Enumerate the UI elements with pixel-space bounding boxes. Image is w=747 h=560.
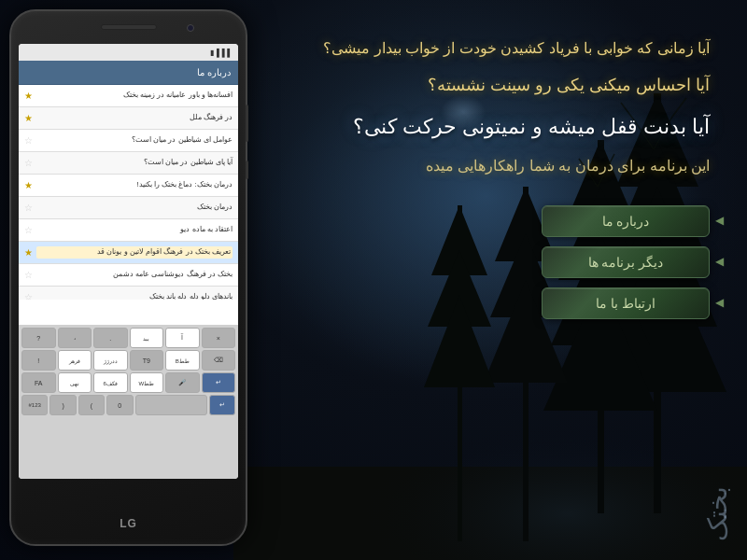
key-g[interactable]: طط‌W — [130, 372, 164, 393]
key-mic[interactable]: 🎤 — [165, 372, 200, 393]
key-exclaim[interactable]: ! — [21, 350, 56, 371]
key-f[interactable]: فرهر — [58, 350, 92, 371]
key-d[interactable]: ددرژژ — [93, 350, 128, 371]
star-icon: ★ — [24, 247, 33, 258]
power-button[interactable] — [246, 161, 248, 179]
app-header: درباره ما — [19, 61, 238, 85]
list-item[interactable]: ★ در فرهنگ ملل — [19, 107, 238, 130]
list-item[interactable]: ☆ درمان بختک — [19, 197, 238, 219]
question-2: آیا احساس میکنی یکی رو سینت نشسته؟ — [308, 73, 710, 98]
keyboard-row-2: ! فرهر ددرژژ T9 ططB ⌫ — [21, 350, 235, 371]
right-panel: آیا زمانی که خوابی با فریاد کشیدن خودت ا… — [271, 19, 728, 338]
keyboard-row-1: ? ، . ببد آ × — [21, 328, 235, 348]
list-item-text: آیا پای شیاطین در میان است؟ — [36, 158, 233, 167]
list-item-text: باندهای دلو دله دله باند بختک — [36, 292, 233, 300]
watermark-text: بختک — [702, 486, 733, 541]
star-icon: ☆ — [24, 270, 33, 280]
phone-speaker — [101, 24, 157, 30]
question-3: آیا بدنت قفل میشه و نمیتونی حرکت کنی؟ — [308, 111, 710, 142]
list-item-text: درمان بختک — [36, 203, 233, 212]
signal-indicator: ▌▌▌ — [217, 49, 233, 57]
key-n[interactable]: نهی — [58, 372, 92, 393]
list-item-text: تعریف بختک در فرهنگ اقوام لاتین و یونان … — [36, 246, 233, 258]
key-b[interactable]: ببد — [130, 328, 164, 348]
key-enter-2[interactable]: ↵ — [209, 395, 235, 415]
star-icon: ☆ — [24, 203, 33, 213]
phone-screen: ▮ ▌▌▌ درباره ما ★ افسانه‌ها و باور عامیا… — [19, 44, 238, 479]
key-delete[interactable]: × — [202, 328, 236, 348]
key-fa[interactable]: FA — [21, 372, 56, 393]
key-space[interactable] — [135, 395, 207, 415]
key-alef[interactable]: آ — [165, 328, 200, 348]
key-comma[interactable]: ، — [58, 328, 92, 348]
battery-indicator: ▮ — [210, 49, 214, 57]
phone-body: ▮ ▌▌▌ درباره ما ★ افسانه‌ها و باور عامیا… — [9, 9, 247, 546]
list-item-text: افسانه‌ها و باور عامیانه در زمینه بختک — [36, 91, 233, 100]
list-item[interactable]: ☆ عوامل ‌ای شیاطین در میان است؟ — [19, 130, 238, 152]
svg-rect-2 — [233, 327, 747, 560]
list-item-selected[interactable]: ★ تعریف بختک در فرهنگ اقوام لاتین و یونا… — [19, 242, 238, 264]
about-us-button[interactable]: درباره ما — [542, 205, 710, 237]
key-period[interactable]: . — [93, 328, 128, 348]
list-item-text: بختک در فرهنگ دیوشناسی عامه دشمن — [36, 270, 233, 279]
key-enter-1[interactable]: ↵ — [202, 372, 236, 393]
list-item[interactable]: ☆ بختک در فرهنگ دیوشناسی عامه دشمن — [19, 264, 238, 287]
list-item[interactable]: ☆ آیا پای شیاطین در میان است؟ — [19, 152, 238, 175]
key-zero[interactable]: 0 — [106, 395, 133, 415]
question-1: آیا زمانی که خوابی با فریاد کشیدن خودت ا… — [308, 37, 710, 60]
phone-device: ▮ ▌▌▌ درباره ما ★ افسانه‌ها و باور عامیا… — [9, 9, 247, 546]
list-item[interactable]: ★ افسانه‌ها و باور عامیانه در زمینه بختک — [19, 85, 238, 107]
status-bar: ▮ ▌▌▌ — [19, 44, 238, 61]
svg-rect-1 — [233, 467, 747, 560]
key-t9[interactable]: T9 — [130, 350, 164, 371]
phone-camera — [187, 24, 194, 32]
list-item[interactable]: ★ درمان بختک: دماغ بختک را بکنید! — [19, 175, 238, 197]
contact-us-button[interactable]: ارتباط با ما — [542, 287, 710, 319]
app-title: درباره ما — [26, 67, 231, 77]
list-item[interactable]: ☆ باندهای دلو دله دله باند بختک — [19, 287, 238, 300]
star-icon: ★ — [24, 91, 33, 101]
keyboard-row-4: #123 ( ) 0 ↵ — [21, 395, 235, 415]
key-backspace[interactable]: ⌫ — [202, 350, 236, 371]
phone-brand: LG — [120, 517, 137, 530]
star-icon: ☆ — [24, 225, 33, 235]
star-icon: ★ — [24, 113, 33, 123]
volume-button[interactable] — [246, 105, 248, 142]
list-item-text: درمان بختک: دماغ بختک را بکنید! — [36, 180, 233, 189]
list-item[interactable]: ☆ اعتقاد به ماده دیو — [19, 219, 238, 242]
key-ta[interactable]: ططB — [165, 350, 200, 371]
content-list[interactable]: ★ افسانه‌ها و باور عامیانه در زمینه بختک… — [19, 85, 238, 300]
list-item-text: اعتقاد به ماده دیو — [36, 225, 233, 234]
star-icon: ☆ — [24, 292, 33, 300]
list-item-text: عوامل ‌ای شیاطین در میان است؟ — [36, 135, 233, 145]
star-icon: ☆ — [24, 135, 33, 146]
key-fk[interactable]: فکف6 — [93, 372, 128, 393]
key-123[interactable]: #123 — [21, 395, 48, 415]
key-paren-close[interactable]: ) — [78, 395, 105, 415]
star-icon: ☆ — [24, 158, 33, 168]
keyboard-row-3: FA نهی فکف6 طط‌W 🎤 ↵ — [21, 372, 235, 393]
panel-buttons: درباره ما دیگر برنامه ها ارتباط با ما — [308, 205, 710, 319]
key-question[interactable]: ? — [21, 328, 56, 348]
key-paren-open[interactable]: ( — [49, 395, 76, 415]
question-4: این برنامه برای درمان به شما راهکارهایی … — [308, 155, 710, 177]
keyboard[interactable]: ? ، . ببد آ × ! فرهر ددرژژ T9 ططB ⌫ FA — [19, 325, 238, 479]
star-icon: ★ — [24, 180, 33, 190]
list-item-text: در فرهنگ ملل — [36, 113, 233, 122]
other-apps-button[interactable]: دیگر برنامه ها — [542, 246, 710, 278]
